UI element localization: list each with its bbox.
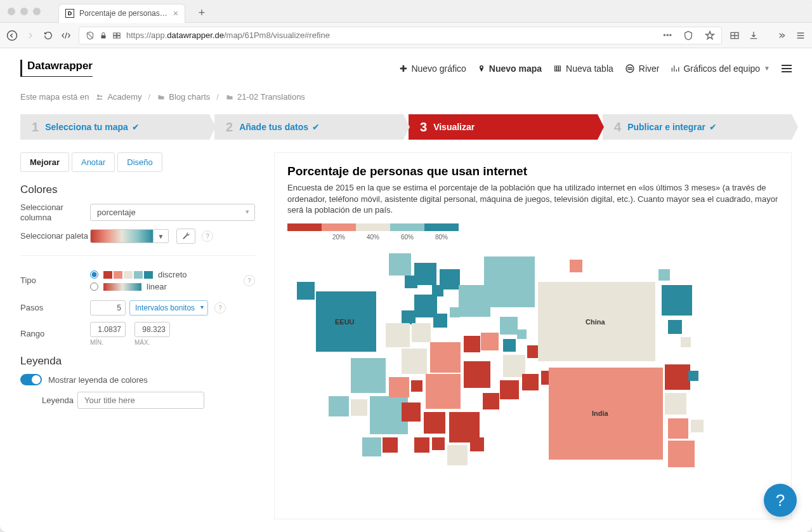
app-menu-icon[interactable] — [782, 65, 792, 72]
label-type: Tipo — [20, 276, 90, 286]
plus-icon: ✚ — [400, 63, 407, 74]
help-fab[interactable]: ? — [764, 484, 797, 517]
color-legend-ticks: 20% 40% 60% 80% — [287, 234, 778, 241]
select-column[interactable]: porcentaje — [90, 204, 255, 221]
tab-design[interactable]: Diseño — [117, 152, 162, 172]
river-icon — [625, 63, 635, 74]
range-max-input[interactable] — [134, 322, 170, 337]
river-link[interactable]: River — [625, 63, 660, 74]
preview-panel: Porcentaje de personas que usan internet… — [274, 152, 792, 519]
crumb-folder-1[interactable]: Blog charts — [157, 92, 210, 102]
svg-point-9 — [97, 95, 100, 97]
help-icon[interactable]: ? — [202, 230, 213, 242]
maximize-window[interactable] — [33, 8, 41, 15]
browser-titlebar: D Porcentaje de personas que us… × + — [0, 0, 812, 23]
discrete-swatches — [103, 271, 153, 279]
svg-point-10 — [100, 95, 102, 97]
download-icon[interactable] — [749, 30, 759, 41]
svg-rect-3 — [117, 32, 121, 35]
edit-palette-button[interactable] — [176, 229, 195, 244]
svg-rect-1 — [102, 35, 106, 38]
step-4[interactable]: 4Publicar e integrar✔ — [603, 114, 792, 140]
radio-discrete[interactable] — [90, 270, 98, 279]
select-palette[interactable]: ▼ — [90, 229, 169, 243]
help-icon[interactable]: ? — [214, 302, 226, 314]
browser-toolbar: https://app.datawrapper.de/map/61Pm8/vis… — [0, 23, 812, 48]
crumb-team[interactable]: Academy — [95, 92, 141, 102]
cartogram-map[interactable]: EEUU — [287, 247, 778, 514]
favicon: D — [65, 9, 74, 18]
check-icon: ✔ — [709, 122, 717, 132]
breadcrumb: Este mapa está en Academy / Blog charts … — [0, 83, 812, 108]
step-2[interactable]: 2Añade tus datos✔ — [214, 114, 403, 140]
new-table-link[interactable]: Nueva tabla — [553, 63, 613, 74]
label-legend-title: Leyenda — [20, 396, 77, 406]
new-map-link[interactable]: Nuevo mapa — [478, 63, 542, 74]
back-button[interactable] — [6, 30, 18, 41]
label-show-legend: Mostrar leyenda de colores — [48, 375, 148, 385]
section-legend: Leyenda — [20, 355, 255, 368]
label-select-column: Seleccionar columna — [20, 203, 90, 222]
crumb-folder-2[interactable]: 21-02 Translations — [225, 92, 305, 102]
chart-description: Encuesta de 2015 en la que se estima el … — [287, 182, 778, 216]
reader-icon[interactable] — [683, 30, 693, 41]
svg-rect-5 — [117, 36, 121, 38]
range-min-input[interactable] — [90, 322, 126, 337]
check-icon: ✔ — [312, 122, 320, 132]
tab-title: Porcentaje de personas que us… — [79, 9, 168, 18]
left-panel: Mejorar Anotar Diseño Colores Selecciona… — [20, 152, 255, 519]
new-chart-link[interactable]: ✚ Nuevo gráfico — [400, 63, 466, 74]
intervals-select[interactable]: Intervalos bonitos — [129, 300, 208, 316]
forward-button[interactable] — [25, 30, 36, 41]
svg-rect-4 — [114, 36, 117, 38]
browser-tab[interactable]: D Porcentaje de personas que us… × — [58, 4, 185, 23]
toggle-show-legend[interactable] — [20, 374, 42, 385]
pin-icon — [478, 64, 485, 73]
lock-icon[interactable] — [100, 32, 107, 39]
overflow-icon[interactable] — [776, 30, 787, 41]
label-steps: Pasos — [20, 303, 90, 313]
tracking-icon[interactable] — [86, 31, 95, 40]
reload-button[interactable] — [43, 30, 53, 41]
svg-rect-7 — [555, 66, 561, 71]
menu-icon[interactable] — [796, 30, 806, 41]
tab-refine[interactable]: Mejorar — [20, 152, 69, 172]
close-window[interactable] — [8, 8, 15, 15]
ellipsis-icon[interactable]: ••• — [663, 30, 672, 40]
radio-linear[interactable] — [90, 283, 98, 291]
linear-swatch — [103, 283, 141, 291]
step-1[interactable]: 1Selecciona tu mapa✔ — [20, 114, 209, 140]
svg-rect-2 — [114, 32, 117, 35]
check-icon: ✔ — [132, 122, 140, 132]
new-tab-button[interactable]: + — [194, 6, 209, 21]
bar-chart-icon — [671, 64, 679, 73]
tab-annotate[interactable]: Anotar — [72, 152, 115, 172]
palette-preview — [90, 229, 154, 243]
label-select-palette: Seleccionar paleta — [20, 231, 90, 241]
library-icon[interactable] — [730, 30, 740, 41]
legend-title-input[interactable] — [77, 392, 204, 409]
star-icon[interactable] — [705, 30, 715, 41]
svg-point-8 — [626, 65, 634, 72]
steps-input[interactable] — [90, 300, 126, 316]
team-charts-link[interactable]: Gráficos del equipo ▼ — [671, 63, 770, 74]
chevron-down-icon: ▼ — [154, 229, 169, 243]
section-colors: Colores — [20, 183, 255, 196]
url-field[interactable]: https://app.datawrapper.de/map/61Pm8/vis… — [79, 27, 722, 44]
label-range: Rango — [20, 329, 90, 339]
color-legend-bar — [287, 223, 778, 231]
url-text: https://app.datawrapper.de/map/61Pm8/vis… — [126, 30, 330, 40]
step-3[interactable]: 3Visualizar — [409, 114, 598, 140]
minimize-window[interactable] — [20, 8, 28, 15]
stepper: 1Selecciona tu mapa✔ 2Añade tus datos✔ 3… — [0, 108, 812, 140]
permissions-icon[interactable] — [112, 31, 121, 40]
brand-logo[interactable]: Datawrapper — [20, 60, 93, 77]
help-icon[interactable]: ? — [244, 275, 255, 286]
table-icon — [553, 65, 562, 72]
dev-tools-icon[interactable] — [61, 30, 71, 41]
window-controls — [8, 8, 41, 15]
app-header: Datawrapper ✚ Nuevo gráfico Nuevo mapa N… — [0, 48, 812, 83]
caret-down-icon: ▼ — [764, 65, 770, 72]
close-tab-icon[interactable]: × — [173, 8, 178, 18]
chart-title: Porcentaje de personas que usan internet — [287, 164, 778, 178]
